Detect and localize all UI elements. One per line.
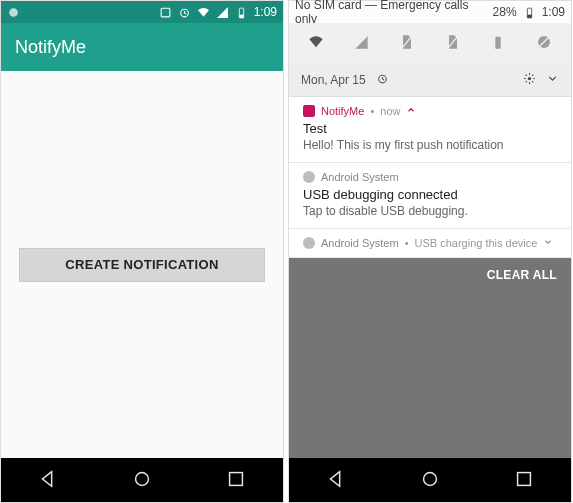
- shade-background: CLEAR ALL: [289, 258, 571, 458]
- notification-header: NotifyMe • now: [303, 105, 557, 117]
- qs-date: Mon, Apr 15: [301, 73, 366, 87]
- separator-dot: •: [405, 237, 409, 249]
- alarm-icon: [178, 6, 191, 19]
- chevron-down-icon[interactable]: [543, 237, 553, 249]
- notification-time: now: [380, 105, 400, 117]
- notification-item[interactable]: NotifyMe • now Test Hello! This is my fi…: [289, 97, 571, 163]
- notification-title: USB debugging connected: [303, 187, 557, 202]
- battery-icon: [523, 6, 536, 19]
- clear-all-button[interactable]: CLEAR ALL: [487, 268, 557, 282]
- status-time: 1:09: [542, 5, 565, 19]
- recents-icon[interactable]: [513, 468, 535, 493]
- svg-point-0: [9, 8, 18, 17]
- qs-date-row: Mon, Apr 15: [289, 63, 571, 97]
- svg-rect-4: [239, 14, 243, 17]
- notification-title: Test: [303, 121, 557, 136]
- notification-item[interactable]: Android System USB debugging connected T…: [289, 163, 571, 229]
- notification-body: Hello! This is my first push notificatio…: [303, 138, 557, 152]
- app-icon: [303, 105, 315, 117]
- back-icon[interactable]: [37, 468, 59, 493]
- settings-icon[interactable]: [523, 72, 536, 88]
- sim-icon[interactable]: [399, 34, 415, 53]
- battery-icon: [235, 6, 248, 19]
- signal-icon: [216, 6, 229, 19]
- signal-icon[interactable]: [353, 34, 369, 53]
- notification-app: NotifyMe: [321, 105, 364, 117]
- svg-point-16: [528, 76, 531, 79]
- app-title: NotifyMe: [15, 37, 86, 58]
- circle-icon: [7, 6, 20, 19]
- status-time: 1:09: [254, 5, 277, 19]
- svg-point-5: [136, 472, 149, 485]
- wifi-icon: [197, 6, 210, 19]
- phone-right: No SIM card — Emergency calls only 28% 1…: [288, 0, 572, 503]
- home-icon[interactable]: [131, 468, 153, 493]
- alarm-icon: [376, 72, 389, 88]
- svg-rect-12: [496, 36, 501, 48]
- chevron-up-icon[interactable]: [406, 105, 416, 117]
- svg-rect-18: [518, 472, 531, 485]
- quick-settings-row: [289, 23, 571, 63]
- notification-app: Android System: [321, 171, 399, 183]
- recents-icon[interactable]: [225, 468, 247, 493]
- phone-left: 1:09 NotifyMe CREATE NOTIFICATION: [0, 0, 284, 503]
- wifi-icon[interactable]: [308, 34, 324, 53]
- screenshot-icon: [159, 6, 172, 19]
- navigation-bar: [1, 458, 283, 502]
- app-icon: [303, 171, 315, 183]
- dnd-icon[interactable]: [536, 34, 552, 53]
- status-bar: No SIM card — Emergency calls only 28% 1…: [289, 1, 571, 23]
- svg-rect-1: [161, 8, 170, 17]
- main-content: CREATE NOTIFICATION: [1, 71, 283, 458]
- notification-header: Android System: [303, 171, 557, 183]
- sim2-icon[interactable]: [445, 34, 461, 53]
- battery-icon[interactable]: [490, 34, 506, 53]
- home-icon[interactable]: [419, 468, 441, 493]
- notification-extra: USB charging this device: [415, 237, 538, 249]
- svg-rect-6: [230, 472, 243, 485]
- battery-percent: 28%: [493, 5, 517, 19]
- back-icon[interactable]: [325, 468, 347, 493]
- app-icon: [303, 237, 315, 249]
- svg-point-17: [424, 472, 437, 485]
- status-bar: 1:09: [1, 1, 283, 23]
- notification-header: Android System • USB charging this devic…: [303, 237, 557, 249]
- svg-rect-8: [527, 14, 531, 17]
- notification-body: Tap to disable USB debugging.: [303, 204, 557, 218]
- app-bar: NotifyMe: [1, 23, 283, 71]
- separator-dot: •: [370, 105, 374, 117]
- create-notification-button[interactable]: CREATE NOTIFICATION: [19, 248, 265, 282]
- notification-item[interactable]: Android System • USB charging this devic…: [289, 229, 571, 258]
- notification-app: Android System: [321, 237, 399, 249]
- chevron-down-icon[interactable]: [546, 72, 559, 88]
- navigation-bar: [289, 458, 571, 502]
